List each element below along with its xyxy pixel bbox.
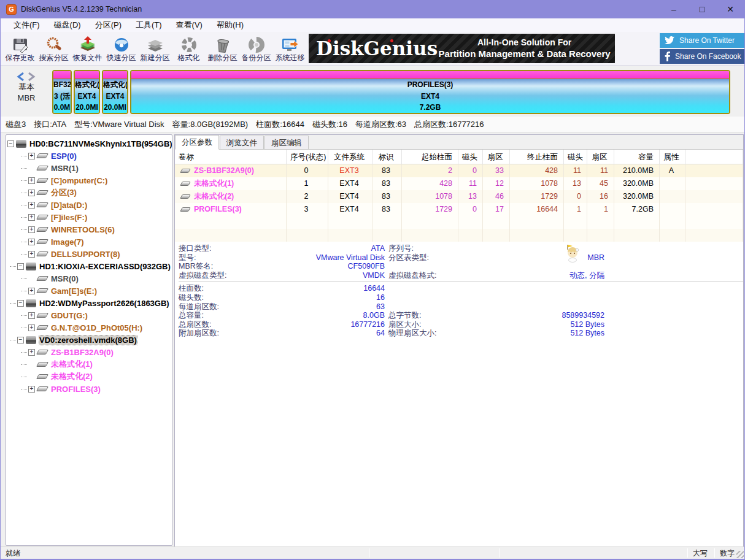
details-row: 总容量:8.0GB总字节数:8589934592 — [179, 311, 743, 320]
table-row[interactable]: 未格式化(2)2EXT483107813461729016320.0MB — [175, 190, 743, 203]
toolbar-button-backup-partition[interactable]: 备份分区 — [239, 33, 273, 64]
collapse-minus-icon[interactable]: − — [17, 337, 24, 343]
toolbar-button-save-floppy[interactable]: 保存更改 — [3, 33, 37, 64]
tree-item[interactable]: +[C]omputer(C:) — [6, 174, 172, 186]
maximize-button[interactable]: □ — [688, 0, 716, 18]
tree-item[interactable]: −HD2:WDMyPassport2626(1863GB) — [6, 297, 172, 309]
tree-item[interactable]: +Image(7) — [6, 236, 172, 248]
detail-label: 虚拟磁盘格式: — [388, 271, 436, 280]
tree-item[interactable]: +未格式化(1) — [6, 358, 172, 370]
title-bar: G DiskGenius V5.4.2.1239 Technician – □ … — [1, 0, 744, 18]
tree-item[interactable]: +G.N.T@O1D_PhOt05(H:) — [6, 321, 172, 334]
minimize-button[interactable]: – — [660, 0, 688, 18]
disk-info-segment: 型号:VMware Virtual Disk — [74, 119, 164, 130]
tree-item[interactable]: +ZS-B1BF32A9(0) — [6, 346, 172, 358]
expand-plus-icon[interactable]: + — [28, 324, 35, 331]
tree-item[interactable]: +分区(3) — [6, 186, 172, 199]
tree-item[interactable]: −HD1:KIOXIA-EXCERIASSD(932GB) — [6, 260, 172, 272]
toolbar-button-recover-files[interactable]: 恢复文件 — [71, 33, 104, 64]
table-row[interactable]: PROFILES(3)3EXT483172901716644117.2GB — [175, 203, 743, 216]
share-twitter-button[interactable]: Share On Twitter — [660, 33, 744, 48]
partition-block-4[interactable]: PROFILES(3)EXT47.2GB — [130, 70, 730, 114]
tab-2[interactable]: 浏览文件 — [220, 136, 264, 149]
menu-item-5[interactable]: 查看(V) — [169, 18, 210, 32]
cell-empty — [685, 229, 743, 242]
expand-plus-icon[interactable]: + — [28, 190, 35, 196]
partition-block-1[interactable]: BF323 (活0.0M — [52, 70, 72, 114]
expand-plus-icon[interactable]: + — [28, 239, 35, 245]
tree-item[interactable]: +MSR(0) — [6, 272, 172, 285]
expand-plus-icon[interactable]: + — [28, 202, 35, 209]
tree-item[interactable]: +MSR(1) — [6, 162, 172, 174]
tree-item-label: MSR(1) — [51, 164, 79, 173]
cell-name: 未格式化(2) — [175, 190, 287, 203]
expand-plus-icon[interactable]: + — [28, 386, 35, 393]
partition-block-2[interactable]: 格式化(EXT420.0MI — [74, 70, 100, 114]
collapse-minus-icon[interactable]: − — [17, 263, 24, 270]
toolbar-button-quick-partition[interactable]: 快速分区 — [104, 33, 138, 64]
toolbar-button-delete-partition[interactable]: 删除分区 — [206, 33, 239, 64]
collapse-minus-icon[interactable]: − — [7, 140, 14, 147]
menu-item-3[interactable]: 分区(P) — [88, 18, 129, 32]
menu-item-6[interactable]: 帮助(H) — [210, 18, 251, 32]
tree-item[interactable]: −VD0:zeroshell.vmdk(8GB) — [6, 334, 172, 346]
status-separator — [500, 548, 500, 558]
detail-value: 63 — [376, 302, 385, 312]
expand-plus-icon[interactable]: + — [28, 288, 35, 294]
expand-plus-icon[interactable]: + — [28, 312, 35, 319]
cell-empty — [328, 229, 373, 242]
cell-es: 11 — [587, 164, 614, 177]
detail-value: CF5090FB — [348, 262, 385, 271]
expand-plus-icon[interactable]: + — [28, 177, 35, 184]
tree-item[interactable]: +DELLSUPPORT(8) — [6, 248, 172, 260]
partition-block-3[interactable]: 格式化(EXT420.0MI — [102, 70, 128, 114]
expand-plus-icon[interactable]: + — [28, 251, 35, 258]
tree-item[interactable]: +Gam[E]s(E:) — [6, 285, 172, 297]
column-header: 卷标 — [175, 150, 287, 164]
partition-block-body: 格式化(EXT420.0MI — [103, 79, 127, 113]
partition-icon — [36, 227, 48, 232]
tree-item[interactable]: +[F]iles(F:) — [6, 211, 172, 223]
details-row: 附加扇区数:64物理扇区大小:512 Bytes — [179, 329, 743, 338]
expand-plus-icon[interactable]: + — [28, 153, 35, 159]
detail-label: 扇区大小: — [388, 320, 421, 329]
tab-3[interactable]: 扇区编辑 — [264, 136, 309, 149]
menu-item-4[interactable]: 工具(T) — [129, 18, 169, 32]
partition-icon — [36, 190, 48, 195]
share-facebook-button[interactable]: Share On Facebook — [660, 49, 744, 64]
menu-item-2[interactable]: 磁盘(D) — [47, 18, 88, 32]
expand-plus-icon[interactable]: + — [28, 214, 35, 221]
cell-empty — [685, 190, 743, 203]
table-row[interactable]: 未格式化(1)1EXT483428111210781345320.0MB — [175, 177, 743, 190]
cell-empty — [328, 216, 373, 229]
detail-value: 16777216 — [350, 320, 385, 329]
toolbar-button-system-migrate[interactable]: 系统迁移 — [273, 33, 307, 64]
tree-item[interactable]: +PROFILES(3) — [6, 383, 172, 395]
collapse-minus-icon[interactable]: − — [17, 300, 24, 307]
expand-plus-icon[interactable]: + — [28, 349, 35, 356]
tree-item[interactable]: +未格式化(2) — [6, 370, 172, 383]
disk-prev-next-arrows-icon[interactable] — [16, 72, 37, 82]
tree-item[interactable]: +[D]ata(D:) — [6, 199, 172, 211]
menu-item-1[interactable]: 文件(F) — [7, 18, 47, 32]
tree-connector — [21, 315, 27, 316]
detail-label: 附加扇区数: — [179, 329, 219, 338]
cell-cap: 7.2GB — [614, 203, 660, 216]
toolbar-button-format[interactable]: 格式化 — [172, 33, 206, 64]
tree-item[interactable]: −HD0:BC711NVMeSKhynix1TB(954GB) — [6, 137, 172, 150]
tree-item[interactable]: +ESP(0) — [6, 150, 172, 162]
expand-plus-icon[interactable]: + — [28, 226, 35, 233]
cell-empty — [175, 216, 287, 229]
close-button[interactable]: ✕ — [716, 0, 744, 18]
toolbar-button-new-partition[interactable]: 新建分区 — [138, 33, 172, 64]
details-left-pair: 柱面数:16644 — [179, 284, 385, 293]
disk-info-segment: 磁盘3 — [6, 119, 26, 130]
tree-item[interactable]: +WINRETOOLS(6) — [6, 223, 172, 236]
details-right-pair: 扇区大小:512 Bytes — [388, 320, 604, 329]
tree-item-label: HD0:BC711NVMeSKhynix1TB(954GB) — [29, 139, 172, 148]
tree-item[interactable]: +GDUT(G:) — [6, 309, 172, 321]
resize-grip[interactable] — [736, 551, 744, 558]
tab-1[interactable]: 分区参数 — [175, 135, 219, 150]
table-row[interactable]: ZS-B1BF32A9(0)0EXT38320334281111210.0MBA — [175, 164, 743, 177]
toolbar-button-search-partition[interactable]: 搜索分区 — [37, 33, 71, 64]
